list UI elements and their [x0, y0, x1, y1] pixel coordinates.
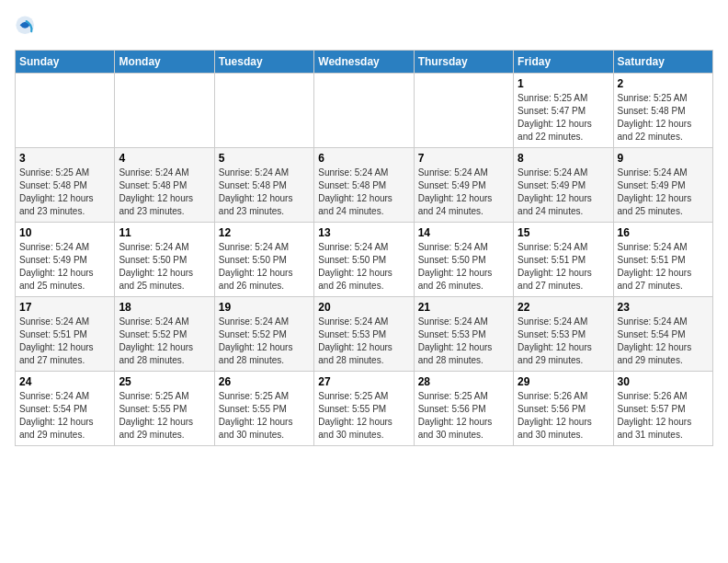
day-info: Sunrise: 5:24 AM Sunset: 5:49 PM Dayligh… — [418, 167, 509, 218]
day-info: Sunrise: 5:24 AM Sunset: 5:50 PM Dayligh… — [219, 241, 310, 293]
day-number: 26 — [219, 375, 310, 388]
day-cell: 17Sunrise: 5:24 AM Sunset: 5:51 PM Dayli… — [16, 297, 115, 372]
day-cell: 8Sunrise: 5:24 AM Sunset: 5:49 PM Daylig… — [514, 148, 613, 223]
day-cell — [414, 74, 513, 148]
day-info: Sunrise: 5:24 AM Sunset: 5:53 PM Dayligh… — [418, 316, 509, 367]
day-cell: 19Sunrise: 5:24 AM Sunset: 5:52 PM Dayli… — [214, 297, 313, 372]
day-number: 10 — [19, 226, 110, 239]
calendar-header-row: SundayMondayTuesdayWednesdayThursdayFrid… — [16, 51, 713, 74]
day-info: Sunrise: 5:24 AM Sunset: 5:51 PM Dayligh… — [618, 241, 709, 293]
day-info: Sunrise: 5:26 AM Sunset: 5:57 PM Dayligh… — [618, 390, 709, 442]
day-number: 20 — [318, 301, 409, 314]
day-info: Sunrise: 5:25 AM Sunset: 5:55 PM Dayligh… — [219, 390, 310, 442]
calendar-table: SundayMondayTuesdayWednesdayThursdayFrid… — [15, 50, 713, 446]
day-info: Sunrise: 5:24 AM Sunset: 5:49 PM Dayligh… — [618, 167, 709, 218]
day-cell: 16Sunrise: 5:24 AM Sunset: 5:51 PM Dayli… — [613, 223, 712, 297]
day-cell — [115, 74, 214, 148]
col-header-wednesday: Wednesday — [314, 51, 414, 74]
col-header-tuesday: Tuesday — [214, 51, 313, 74]
col-header-monday: Monday — [115, 51, 214, 74]
day-number: 25 — [119, 375, 210, 388]
day-cell: 18Sunrise: 5:24 AM Sunset: 5:52 PM Dayli… — [115, 297, 214, 372]
col-header-saturday: Saturday — [613, 51, 712, 74]
day-number: 22 — [518, 301, 609, 314]
day-info: Sunrise: 5:25 AM Sunset: 5:55 PM Dayligh… — [119, 390, 210, 442]
day-number: 1 — [518, 77, 609, 90]
day-info: Sunrise: 5:25 AM Sunset: 5:48 PM Dayligh… — [618, 92, 709, 144]
day-info: Sunrise: 5:25 AM Sunset: 5:47 PM Dayligh… — [518, 92, 609, 144]
day-info: Sunrise: 5:24 AM Sunset: 5:49 PM Dayligh… — [518, 167, 609, 218]
day-cell: 28Sunrise: 5:25 AM Sunset: 5:56 PM Dayli… — [414, 372, 513, 446]
week-row-5: 24Sunrise: 5:24 AM Sunset: 5:54 PM Dayli… — [16, 372, 713, 446]
day-info: Sunrise: 5:25 AM Sunset: 5:56 PM Dayligh… — [418, 390, 509, 442]
logo — [15, 15, 44, 40]
week-row-4: 17Sunrise: 5:24 AM Sunset: 5:51 PM Dayli… — [16, 297, 713, 372]
day-info: Sunrise: 5:24 AM Sunset: 5:48 PM Dayligh… — [318, 167, 409, 218]
day-number: 13 — [318, 226, 409, 239]
day-number: 12 — [219, 226, 310, 239]
day-info: Sunrise: 5:24 AM Sunset: 5:49 PM Dayligh… — [19, 241, 110, 293]
day-number: 4 — [119, 152, 210, 165]
day-cell: 3Sunrise: 5:25 AM Sunset: 5:48 PM Daylig… — [16, 148, 115, 223]
day-number: 24 — [19, 375, 110, 388]
day-info: Sunrise: 5:24 AM Sunset: 5:51 PM Dayligh… — [518, 241, 609, 293]
day-cell: 12Sunrise: 5:24 AM Sunset: 5:50 PM Dayli… — [214, 223, 313, 297]
week-row-1: 1Sunrise: 5:25 AM Sunset: 5:47 PM Daylig… — [16, 74, 713, 148]
day-info: Sunrise: 5:24 AM Sunset: 5:50 PM Dayligh… — [418, 241, 509, 293]
day-cell: 26Sunrise: 5:25 AM Sunset: 5:55 PM Dayli… — [214, 372, 313, 446]
day-cell: 21Sunrise: 5:24 AM Sunset: 5:53 PM Dayli… — [414, 297, 513, 372]
day-info: Sunrise: 5:24 AM Sunset: 5:48 PM Dayligh… — [119, 167, 210, 218]
general-blue-icon — [15, 15, 40, 40]
day-number: 23 — [618, 301, 709, 314]
day-number: 7 — [418, 152, 509, 165]
day-number: 9 — [618, 152, 709, 165]
day-number: 30 — [618, 375, 709, 388]
day-cell: 23Sunrise: 5:24 AM Sunset: 5:54 PM Dayli… — [613, 297, 712, 372]
day-number: 11 — [119, 226, 210, 239]
day-info: Sunrise: 5:24 AM Sunset: 5:51 PM Dayligh… — [19, 316, 110, 367]
day-cell: 24Sunrise: 5:24 AM Sunset: 5:54 PM Dayli… — [16, 372, 115, 446]
day-cell — [16, 74, 115, 148]
day-cell: 5Sunrise: 5:24 AM Sunset: 5:48 PM Daylig… — [214, 148, 313, 223]
week-row-3: 10Sunrise: 5:24 AM Sunset: 5:49 PM Dayli… — [16, 223, 713, 297]
week-row-2: 3Sunrise: 5:25 AM Sunset: 5:48 PM Daylig… — [16, 148, 713, 223]
page-header — [15, 15, 713, 40]
day-info: Sunrise: 5:24 AM Sunset: 5:48 PM Dayligh… — [219, 167, 310, 218]
day-info: Sunrise: 5:24 AM Sunset: 5:54 PM Dayligh… — [618, 316, 709, 367]
day-info: Sunrise: 5:24 AM Sunset: 5:50 PM Dayligh… — [119, 241, 210, 293]
day-number: 18 — [119, 301, 210, 314]
day-number: 8 — [518, 152, 609, 165]
day-cell: 15Sunrise: 5:24 AM Sunset: 5:51 PM Dayli… — [514, 223, 613, 297]
day-info: Sunrise: 5:24 AM Sunset: 5:50 PM Dayligh… — [318, 241, 409, 293]
day-number: 14 — [418, 226, 509, 239]
day-cell: 9Sunrise: 5:24 AM Sunset: 5:49 PM Daylig… — [613, 148, 712, 223]
day-info: Sunrise: 5:24 AM Sunset: 5:53 PM Dayligh… — [518, 316, 609, 367]
day-cell: 27Sunrise: 5:25 AM Sunset: 5:55 PM Dayli… — [314, 372, 414, 446]
day-number: 21 — [418, 301, 509, 314]
day-number: 15 — [518, 226, 609, 239]
day-cell — [314, 74, 414, 148]
day-number: 3 — [19, 152, 110, 165]
day-info: Sunrise: 5:25 AM Sunset: 5:48 PM Dayligh… — [19, 167, 110, 218]
day-cell: 30Sunrise: 5:26 AM Sunset: 5:57 PM Dayli… — [613, 372, 712, 446]
day-cell: 4Sunrise: 5:24 AM Sunset: 5:48 PM Daylig… — [115, 148, 214, 223]
day-number: 27 — [318, 375, 409, 388]
day-cell: 6Sunrise: 5:24 AM Sunset: 5:48 PM Daylig… — [314, 148, 414, 223]
day-cell: 13Sunrise: 5:24 AM Sunset: 5:50 PM Dayli… — [314, 223, 414, 297]
day-cell: 20Sunrise: 5:24 AM Sunset: 5:53 PM Dayli… — [314, 297, 414, 372]
day-cell: 2Sunrise: 5:25 AM Sunset: 5:48 PM Daylig… — [613, 74, 712, 148]
day-cell: 14Sunrise: 5:24 AM Sunset: 5:50 PM Dayli… — [414, 223, 513, 297]
day-info: Sunrise: 5:26 AM Sunset: 5:56 PM Dayligh… — [518, 390, 609, 442]
day-number: 5 — [219, 152, 310, 165]
day-info: Sunrise: 5:24 AM Sunset: 5:54 PM Dayligh… — [19, 390, 110, 442]
col-header-sunday: Sunday — [16, 51, 115, 74]
day-cell — [214, 74, 313, 148]
day-cell: 29Sunrise: 5:26 AM Sunset: 5:56 PM Dayli… — [514, 372, 613, 446]
day-cell: 22Sunrise: 5:24 AM Sunset: 5:53 PM Dayli… — [514, 297, 613, 372]
day-cell: 11Sunrise: 5:24 AM Sunset: 5:50 PM Dayli… — [115, 223, 214, 297]
day-cell: 1Sunrise: 5:25 AM Sunset: 5:47 PM Daylig… — [514, 74, 613, 148]
day-number: 19 — [219, 301, 310, 314]
day-cell: 10Sunrise: 5:24 AM Sunset: 5:49 PM Dayli… — [16, 223, 115, 297]
day-cell: 7Sunrise: 5:24 AM Sunset: 5:49 PM Daylig… — [414, 148, 513, 223]
day-info: Sunrise: 5:24 AM Sunset: 5:52 PM Dayligh… — [119, 316, 210, 367]
